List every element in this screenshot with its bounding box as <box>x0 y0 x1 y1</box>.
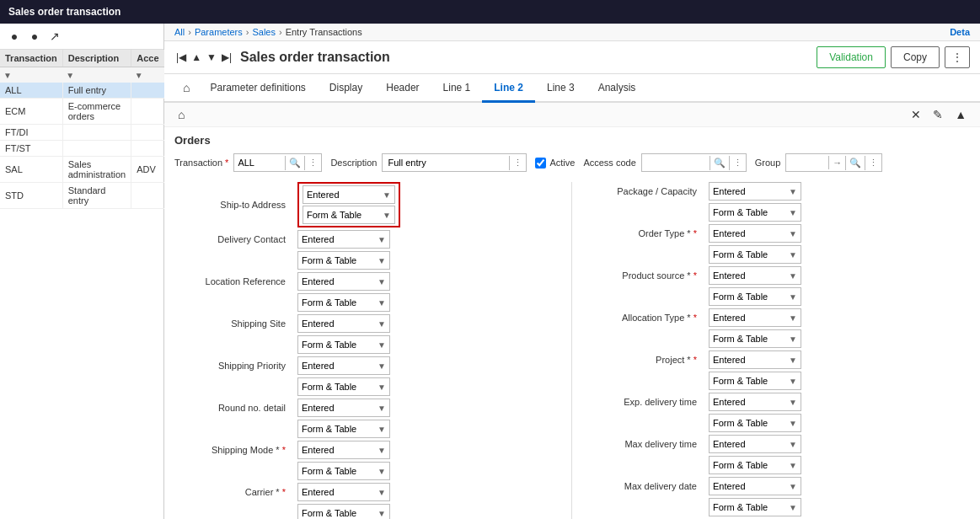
tab-line-1[interactable]: Line 1 <box>431 75 483 103</box>
sidebar-row[interactable]: FT/DI <box>0 125 164 141</box>
dropdown-3-row1[interactable]: EnteredForm & TableHiddenNot entered <box>298 317 374 330</box>
right-dropdown-0-row2-wrapper[interactable]: EnteredForm & TableHiddenNot entered▼ <box>709 203 801 222</box>
dropdown-4-row2[interactable]: EnteredForm & TableHiddenNot entered <box>298 380 374 393</box>
breadcrumb-entry-transactions[interactable]: Entry Transactions <box>286 27 362 37</box>
right-dropdown-1-row1-wrapper[interactable]: EnteredForm & TableHiddenNot entered▼ <box>709 224 801 243</box>
sidebar-row[interactable]: STD Standard entry <box>0 183 164 209</box>
right-dropdown-2-row1[interactable]: EnteredForm & TableHiddenNot entered <box>710 269 785 282</box>
validation-button[interactable]: Validation <box>817 46 886 68</box>
sidebar-resize-btn[interactable]: ↗ <box>47 29 62 44</box>
description-menu-icon[interactable]: ⋮ <box>509 156 526 170</box>
right-dropdown-5-row2[interactable]: EnteredForm & TableHiddenNot entered <box>710 416 785 430</box>
chevron-up-icon-btn[interactable]: ▲ <box>951 106 970 123</box>
dropdown-6-row2[interactable]: EnteredForm & TableHiddenNot entered <box>298 464 374 478</box>
edit-icon-btn[interactable]: ✎ <box>929 106 946 123</box>
right-dropdown-4-row2[interactable]: EnteredForm & TableHiddenNot entered <box>710 374 785 388</box>
dropdown-6-row1-wrapper[interactable]: EnteredForm & TableHiddenNot entered▼ <box>297 441 390 459</box>
dropdown-5-row2[interactable]: EnteredForm & TableHiddenNot entered <box>298 422 374 436</box>
right-dropdown-2-row2-wrapper[interactable]: EnteredForm & TableHiddenNot entered▼ <box>709 287 801 306</box>
nav-first[interactable]: |◀ <box>174 50 188 65</box>
active-checkbox-group[interactable]: Active <box>535 158 575 169</box>
right-dropdown-6-row2-wrapper[interactable]: EnteredForm & TableHiddenNot entered▼ <box>709 456 801 474</box>
tab-display[interactable]: Display <box>318 75 374 103</box>
sidebar-icon-btn-2[interactable]: ● <box>27 29 42 44</box>
sidebar-row[interactable]: ALL Full entry <box>0 83 164 99</box>
dropdown-0-row1[interactable]: EnteredForm & TableHiddenNot entered <box>303 188 379 201</box>
right-dropdown-1-row2[interactable]: EnteredForm & TableHiddenNot entered <box>710 248 785 261</box>
right-dropdown-0-row1[interactable]: EnteredForm & TableHiddenNot entered <box>710 185 785 198</box>
dropdown-3-row2[interactable]: EnteredForm & TableHiddenNot entered <box>298 338 374 351</box>
right-dropdown-4-row2-wrapper[interactable]: EnteredForm & TableHiddenNot entered▼ <box>709 372 801 390</box>
right-dropdown-0-row2[interactable]: EnteredForm & TableHiddenNot entered <box>710 206 785 219</box>
copy-button[interactable]: Copy <box>891 46 940 68</box>
nav-prev[interactable]: ▲ <box>190 50 203 65</box>
transaction-menu-icon[interactable]: ⋮ <box>304 156 321 170</box>
dropdown-1-row2-wrapper[interactable]: EnteredForm & TableHiddenNot entered▼ <box>297 251 390 270</box>
transaction-text-input[interactable] <box>234 156 285 169</box>
dropdown-6-row1[interactable]: EnteredForm & TableHiddenNot entered <box>298 443 374 457</box>
tab-parameter-definitions[interactable]: Parameter definitions <box>198 75 317 103</box>
right-dropdown-7-row2-wrapper[interactable]: EnteredForm & TableHiddenNot entered▼ <box>709 498 801 516</box>
right-dropdown-0-row1-wrapper[interactable]: EnteredForm & TableHiddenNot entered▼ <box>709 182 801 201</box>
right-dropdown-7-row1-wrapper[interactable]: EnteredForm & TableHiddenNot entered▼ <box>709 477 801 495</box>
sidebar-icon-btn-1[interactable]: ● <box>7 29 22 44</box>
dropdown-6-row2-wrapper[interactable]: EnteredForm & TableHiddenNot entered▼ <box>297 462 390 480</box>
dropdown-7-row2[interactable]: EnteredForm & TableHiddenNot entered <box>298 506 374 519</box>
tab-line-2[interactable]: Line 2 <box>482 75 535 103</box>
right-dropdown-2-row2[interactable]: EnteredForm & TableHiddenNot entered <box>710 290 785 303</box>
access-code-input[interactable]: 🔍 ⋮ <box>641 153 747 172</box>
dropdown-5-row1-wrapper[interactable]: EnteredForm & TableHiddenNot entered▼ <box>297 399 390 417</box>
dropdown-3-row2-wrapper[interactable]: EnteredForm & TableHiddenNot entered▼ <box>297 335 390 354</box>
dropdown-0-row2-wrapper[interactable]: EnteredForm & TableHiddenNot entered▼ <box>303 206 395 224</box>
right-dropdown-1-row2-wrapper[interactable]: EnteredForm & TableHiddenNot entered▼ <box>709 245 801 264</box>
dropdown-7-row2-wrapper[interactable]: EnteredForm & TableHiddenNot entered▼ <box>297 504 390 519</box>
dropdown-4-row1[interactable]: EnteredForm & TableHiddenNot entered <box>298 359 374 372</box>
right-dropdown-4-row1-wrapper[interactable]: EnteredForm & TableHiddenNot entered▼ <box>709 350 801 369</box>
active-checkbox[interactable] <box>535 158 546 169</box>
group-search-icon[interactable]: 🔍 <box>845 156 865 170</box>
group-text-input[interactable] <box>786 156 828 169</box>
access-search-icon[interactable]: 🔍 <box>710 156 729 170</box>
right-dropdown-5-row1[interactable]: EnteredForm & TableHiddenNot entered <box>710 395 785 409</box>
sidebar-row[interactable]: ECM E-commerce orders <box>0 99 164 125</box>
right-dropdown-5-row1-wrapper[interactable]: EnteredForm & TableHiddenNot entered▼ <box>709 393 801 411</box>
dropdown-2-row2-wrapper[interactable]: EnteredForm & TableHiddenNot entered▼ <box>297 293 390 312</box>
right-dropdown-3-row2[interactable]: EnteredForm & TableHiddenNot entered <box>710 332 785 345</box>
home-icon-btn[interactable]: ⌂ <box>174 106 188 123</box>
dropdown-2-row1-wrapper[interactable]: EnteredForm & TableHiddenNot entered▼ <box>297 272 390 291</box>
group-arrow-icon[interactable]: → <box>828 156 845 169</box>
right-dropdown-6-row1-wrapper[interactable]: EnteredForm & TableHiddenNot entered▼ <box>709 435 801 453</box>
dropdown-2-row1[interactable]: EnteredForm & TableHiddenNot entered <box>298 275 374 288</box>
breadcrumb-all[interactable]: All <box>174 27 185 37</box>
tab-header[interactable]: Header <box>374 75 431 103</box>
dropdown-3-row1-wrapper[interactable]: EnteredForm & TableHiddenNot entered▼ <box>297 314 390 333</box>
nav-next[interactable]: ▼ <box>205 50 218 65</box>
transaction-search-icon[interactable]: 🔍 <box>285 156 304 170</box>
sidebar-row[interactable]: FT/ST <box>0 141 164 157</box>
description-text-input[interactable] <box>383 156 509 169</box>
right-dropdown-7-row2[interactable]: EnteredForm & TableHiddenNot entered <box>710 500 785 514</box>
dropdown-5-row2-wrapper[interactable]: EnteredForm & TableHiddenNot entered▼ <box>297 420 390 438</box>
dropdown-4-row1-wrapper[interactable]: EnteredForm & TableHiddenNot entered▼ <box>297 356 390 375</box>
dropdown-0-row2[interactable]: EnteredForm & TableHiddenNot entered <box>303 208 379 222</box>
more-button[interactable]: ⋮ <box>945 46 970 68</box>
dropdown-7-row1-wrapper[interactable]: EnteredForm & TableHiddenNot entered▼ <box>297 483 390 501</box>
dropdown-1-row1[interactable]: EnteredForm & TableHiddenNot entered <box>298 233 374 246</box>
right-dropdown-3-row2-wrapper[interactable]: EnteredForm & TableHiddenNot entered▼ <box>709 329 801 348</box>
right-dropdown-3-row1[interactable]: EnteredForm & TableHiddenNot entered <box>710 311 785 324</box>
right-dropdown-3-row1-wrapper[interactable]: EnteredForm & TableHiddenNot entered▼ <box>709 308 801 327</box>
tab-line-3[interactable]: Line 3 <box>535 75 586 103</box>
group-menu-icon[interactable]: ⋮ <box>865 156 881 170</box>
dropdown-4-row2-wrapper[interactable]: EnteredForm & TableHiddenNot entered▼ <box>297 377 390 396</box>
right-dropdown-7-row1[interactable]: EnteredForm & TableHiddenNot entered <box>710 479 785 493</box>
dropdown-0-row1-wrapper[interactable]: EnteredForm & TableHiddenNot entered▼ <box>303 185 395 204</box>
right-dropdown-6-row1[interactable]: EnteredForm & TableHiddenNot entered <box>710 437 785 451</box>
right-dropdown-1-row1[interactable]: EnteredForm & TableHiddenNot entered <box>710 227 785 240</box>
dropdown-5-row1[interactable]: EnteredForm & TableHiddenNot entered <box>298 401 374 415</box>
right-dropdown-4-row1[interactable]: EnteredForm & TableHiddenNot entered <box>710 353 785 367</box>
dropdown-2-row2[interactable]: EnteredForm & TableHiddenNot entered <box>298 296 374 309</box>
tab-analysis[interactable]: Analysis <box>586 75 648 103</box>
breadcrumb-sales[interactable]: Sales <box>252 27 276 37</box>
tab-home[interactable]: ⌂ <box>174 74 198 101</box>
nav-last[interactable]: ▶| <box>220 50 233 65</box>
